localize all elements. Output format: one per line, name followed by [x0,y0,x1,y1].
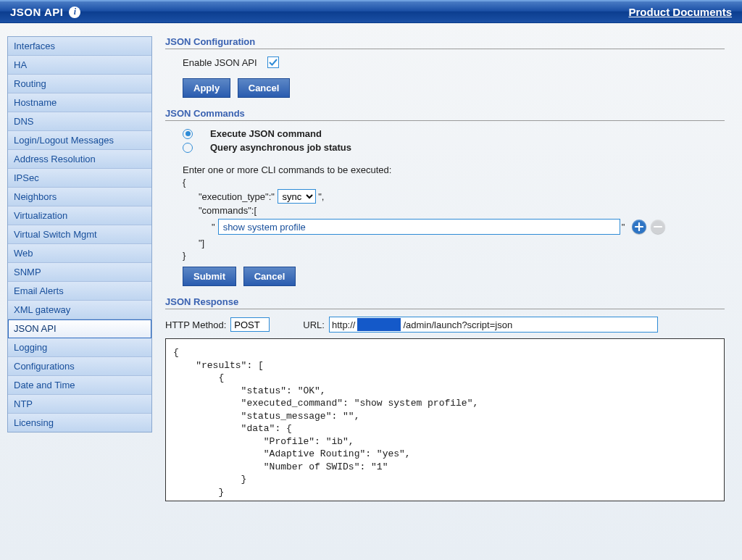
url-redacted [357,318,401,331]
command-buttons: Submit Cancel [165,267,725,286]
sidebar-item-date-and-time[interactable]: Date and Time [8,376,151,395]
sidebar-item-web[interactable]: Web [8,244,151,263]
minus-icon [654,222,662,231]
config-buttons: Apply Cancel [165,78,725,98]
sidebar-item-ha[interactable]: HA [8,56,151,75]
url-suffix: /admin/launch?script=json [401,319,514,330]
radio-execute-label: Execute JSON command [210,128,322,139]
add-command-button[interactable] [632,220,646,234]
enable-json-api-checkbox[interactable] [267,57,279,68]
url-label: URL: [303,319,325,330]
exec-type-post: ", [316,191,325,202]
json-response-heading: JSON Response [165,296,725,309]
sidebar-item-neighbors[interactable]: Neighbors [8,188,151,206]
page-title: JSON API [10,6,63,18]
sidebar-item-ntp[interactable]: NTP [8,395,151,414]
json-commands-heading: JSON Commands [165,108,725,121]
sidebar-item-login-logout-messages[interactable]: Login/Logout Messages [8,131,151,150]
sidebar-item-address-resolution[interactable]: Address Resolution [8,150,151,169]
url-field[interactable]: http:// /admin/launch?script=json [329,317,658,333]
http-method-label: HTTP Method: [165,319,226,330]
sidebar-item-routing[interactable]: Routing [8,75,151,93]
apply-button[interactable]: Apply [183,78,230,98]
sidebar-item-virtual-switch-mgmt[interactable]: Virtual Switch Mgmt [8,225,151,244]
enable-json-api-row: Enable JSON API [165,57,725,68]
sidebar-item-licensing[interactable]: Licensing [8,414,151,432]
sidebar: InterfacesHARoutingHostnameDNSLogin/Logo… [7,36,152,432]
http-method-field[interactable] [230,317,270,332]
sidebar-item-email-alerts[interactable]: Email Alerts [8,282,151,301]
command-input-row: " " [183,219,725,235]
radio-query-label: Query asynchronous job status [210,142,351,153]
command-block: Enter one or more CLI commands to be exe… [165,164,725,261]
sidebar-item-interfaces[interactable]: Interfaces [8,37,151,56]
url-prefix: http:// [330,319,358,330]
sidebar-item-hostname[interactable]: Hostname [8,93,151,112]
execution-type-line: "execution_type":" sync ", [183,189,725,204]
response-meta-row: HTTP Method: URL: http:// /admin/launch?… [165,317,725,333]
radio-query-row: Query asynchronous job status [165,142,725,153]
sidebar-item-configurations[interactable]: Configurations [8,357,151,376]
close-array: "] [183,238,725,248]
cancel-command-button[interactable]: Cancel [243,267,296,286]
sidebar-item-snmp[interactable]: SNMP [8,263,151,282]
radio-execute-row: Execute JSON command [165,128,725,139]
quote-right: " [620,222,633,233]
execution-type-select[interactable]: sync [278,189,316,204]
plus-icon [635,222,643,231]
topbar: JSON API i Product Documents [0,0,742,23]
command-input[interactable] [218,219,620,235]
radio-query[interactable] [183,143,193,153]
exec-type-pre: "execution_type":" [199,191,278,202]
quote-left: " [183,222,218,233]
radio-execute[interactable] [183,129,193,139]
enable-json-api-label: Enable JSON API [183,57,257,68]
radio-dot-icon [186,131,191,136]
sidebar-item-json-api[interactable]: JSON API [8,319,151,338]
remove-command-button [651,220,665,234]
product-documents-link[interactable]: Product Documents [628,6,732,18]
json-configuration-heading: JSON Configuration [165,36,725,49]
commands-key-line: "commands":[ [183,205,725,216]
submit-button[interactable]: Submit [183,267,236,286]
content: JSON Configuration Enable JSON API Apply… [152,36,735,501]
brace-close: } [183,250,725,261]
response-body[interactable]: { "results": [ { "status": "OK", "execut… [165,338,725,501]
brace-open: { [183,177,725,188]
info-icon[interactable]: i [69,7,80,18]
sidebar-item-logging[interactable]: Logging [8,338,151,357]
sidebar-item-xml-gateway[interactable]: XML gateway [8,301,151,319]
sidebar-item-ipsec[interactable]: IPSec [8,169,151,188]
sidebar-item-virtualization[interactable]: Virtualization [8,206,151,225]
command-prompt: Enter one or more CLI commands to be exe… [183,164,725,175]
cancel-config-button[interactable]: Cancel [238,78,291,98]
check-icon [269,58,278,67]
sidebar-item-dns[interactable]: DNS [8,112,151,131]
